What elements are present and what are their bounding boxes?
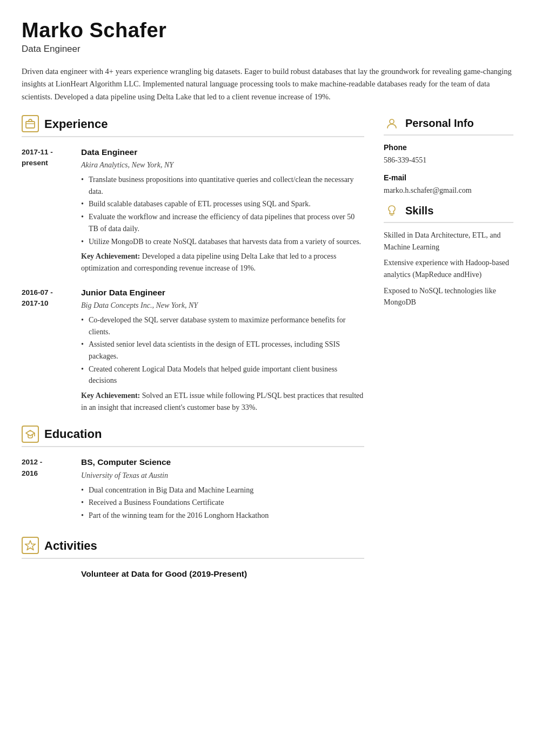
experience-content-1: Data Engineer Akira Analytics, New York,… bbox=[81, 146, 364, 274]
edu-school-1: University of Texas at Austin bbox=[81, 470, 364, 481]
education-divider bbox=[22, 446, 364, 447]
skill-1: Skilled in Data Architecture, ETL, and M… bbox=[384, 230, 513, 253]
bullet-2-2: Assisted senior level data scientists in… bbox=[81, 339, 364, 362]
education-entry-1: 2012 - 2016 BS, Computer Science Univers… bbox=[22, 456, 364, 524]
personal-info-divider bbox=[384, 134, 513, 136]
education-dates-1: 2012 - 2016 bbox=[22, 456, 81, 524]
skills-header: Skills bbox=[384, 202, 513, 219]
bullet-2-3: Created coherent Logical Data Models tha… bbox=[81, 363, 364, 387]
activities-icon bbox=[22, 537, 39, 554]
bullet-1-3: Evaluate the workflow and increase the e… bbox=[81, 211, 364, 234]
email-value: marko.h.schafer@gmail.com bbox=[384, 185, 513, 196]
personal-info-icon bbox=[384, 115, 400, 131]
education-title: Education bbox=[44, 425, 102, 443]
company-1: Akira Analytics, New York, NY bbox=[81, 159, 364, 171]
experience-section-header: Experience bbox=[22, 115, 364, 133]
personal-info-header: Personal Info bbox=[384, 115, 513, 131]
experience-dates-2: 2016-07 - 2017-10 bbox=[22, 286, 81, 414]
candidate-title: Data Engineer bbox=[22, 42, 513, 56]
activity-item-1: Volunteer at Data for Good (2019-Present… bbox=[22, 568, 364, 580]
achievement-2: Key Achievement: Solved an ETL issue whi… bbox=[81, 390, 364, 413]
activities-section-header: Activities bbox=[22, 537, 364, 555]
side-column: Personal Info Phone 586-339-4551 E-mail … bbox=[384, 115, 513, 580]
skills-title: Skills bbox=[405, 202, 433, 219]
job-title-2: Junior Data Engineer bbox=[81, 286, 364, 299]
experience-icon bbox=[22, 115, 39, 132]
svg-point-4 bbox=[390, 119, 394, 124]
education-content-1: BS, Computer Science University of Texas… bbox=[81, 456, 364, 524]
experience-title: Experience bbox=[44, 115, 108, 133]
activities-title: Activities bbox=[44, 537, 97, 555]
candidate-name: Marko Schafer bbox=[22, 19, 513, 42]
skills-icon bbox=[384, 202, 400, 219]
email-label: E-mail bbox=[384, 172, 513, 184]
svg-marker-3 bbox=[25, 541, 36, 550]
skills-divider bbox=[384, 222, 513, 223]
education-section-header: Education bbox=[22, 425, 364, 443]
phone-value: 586-339-4551 bbox=[384, 154, 513, 166]
skill-3: Exposed to NoSQL technologies like Mongo… bbox=[384, 285, 513, 308]
job-title-1: Data Engineer bbox=[81, 146, 364, 158]
bullet-1-4: Utilize MongoDB to create NoSQL database… bbox=[81, 236, 364, 248]
bullets-2: Co-developed the SQL server database sys… bbox=[81, 314, 364, 387]
edu-bullet-1-3: Part of the winning team for the 2016 Lo… bbox=[81, 510, 364, 522]
experience-divider bbox=[22, 136, 364, 137]
company-2: Big Data Concepts Inc., New York, NY bbox=[81, 300, 364, 311]
education-icon bbox=[22, 426, 39, 443]
achievement-1: Key Achievement: Developed a data pipeli… bbox=[81, 251, 364, 274]
bullet-2-1: Co-developed the SQL server database sys… bbox=[81, 314, 364, 338]
experience-entry-1: 2017-11 - present Data Engineer Akira An… bbox=[22, 146, 364, 274]
bullet-1-1: Translate business propositions into qua… bbox=[81, 174, 364, 197]
experience-dates-1: 2017-11 - present bbox=[22, 146, 81, 274]
personal-info-title: Personal Info bbox=[405, 115, 474, 131]
skill-2: Extensive experience with Hadoop-based a… bbox=[384, 257, 513, 280]
edu-degree-1: BS, Computer Science bbox=[81, 456, 364, 468]
two-col-layout: Experience 2017-11 - present Data Engine… bbox=[22, 115, 513, 580]
activities-divider bbox=[22, 558, 364, 559]
resume-summary: Driven data engineer with 4+ years exper… bbox=[22, 65, 513, 103]
experience-entry-2: 2016-07 - 2017-10 Junior Data Engineer B… bbox=[22, 286, 364, 414]
main-column: Experience 2017-11 - present Data Engine… bbox=[22, 115, 364, 580]
bullet-1-2: Build scalable databases capable of ETL … bbox=[81, 198, 364, 210]
experience-content-2: Junior Data Engineer Big Data Concepts I… bbox=[81, 286, 364, 414]
phone-label: Phone bbox=[384, 142, 513, 153]
edu-bullet-1-1: Dual concentration in Big Data and Machi… bbox=[81, 484, 364, 496]
edu-bullets-1: Dual concentration in Big Data and Machi… bbox=[81, 484, 364, 522]
bullets-1: Translate business propositions into qua… bbox=[81, 174, 364, 247]
resume-header: Marko Schafer Data Engineer bbox=[22, 19, 513, 56]
svg-rect-0 bbox=[26, 122, 35, 128]
edu-bullet-1-2: Received a Business Foundations Certific… bbox=[81, 497, 364, 509]
